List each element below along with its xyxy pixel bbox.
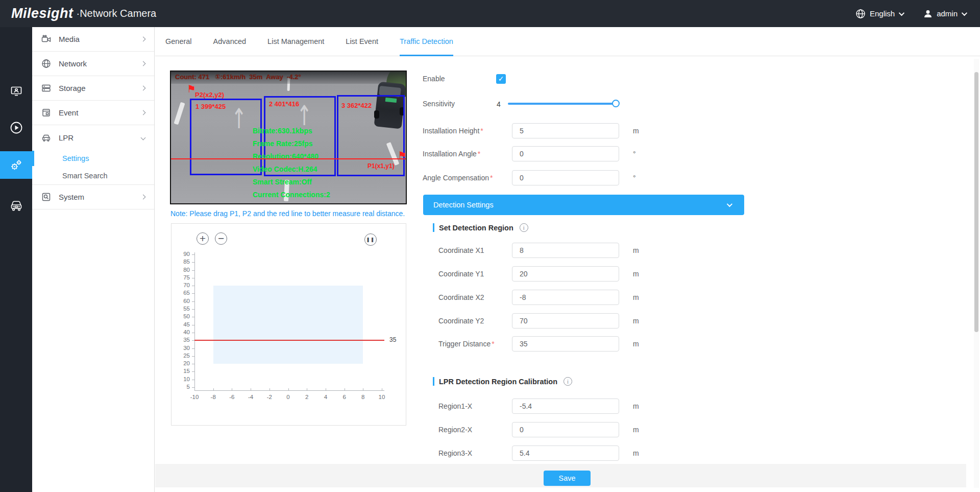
osd-stat-connections: Current Connections:2 xyxy=(253,191,330,199)
region1-x-label: Region1-X xyxy=(438,402,473,410)
y-tick-label: 85 xyxy=(175,259,190,265)
info-icon[interactable]: i xyxy=(564,377,572,386)
sidebar-item-system[interactable]: System xyxy=(32,185,154,209)
p1-flag-marker[interactable]: ⚑ xyxy=(398,150,407,160)
sidebar-menu: Media Network Storage xyxy=(32,27,155,492)
top-header: Milesight ·Network Camera English admin xyxy=(0,0,980,27)
product-name: ·Network Camera xyxy=(77,8,157,19)
language-selector[interactable]: English xyxy=(855,9,903,19)
y-tick-label: 65 xyxy=(175,290,190,296)
x-tick-mark xyxy=(251,388,251,390)
coordinate-x1-label: Coordinate X1 xyxy=(438,246,485,254)
unit-label: m xyxy=(633,270,639,278)
tab-traffic-detection[interactable]: Traffic Detection xyxy=(400,27,453,56)
active-indicator-bar xyxy=(32,151,34,166)
installation-height-field[interactable] xyxy=(512,123,619,138)
sidebar-subitem-settings[interactable]: Settings xyxy=(32,150,154,167)
y-tick-mark xyxy=(192,348,194,349)
y-tick-label: 40 xyxy=(175,329,190,335)
sensitivity-slider-handle[interactable] xyxy=(612,100,620,107)
measure-red-line[interactable] xyxy=(171,158,406,159)
tab-general[interactable]: General xyxy=(165,27,192,56)
detection-settings-header[interactable]: Detection Settings xyxy=(423,195,744,215)
y-tick-mark xyxy=(192,333,194,333)
rail-item-live-view[interactable] xyxy=(0,77,32,105)
sidebar-item-label: Event xyxy=(59,108,78,117)
y-tick-label: 10 xyxy=(175,376,190,382)
user-menu[interactable]: admin xyxy=(923,9,966,18)
playback-icon xyxy=(10,121,23,134)
x-tick-mark xyxy=(194,388,195,390)
sidebar-item-network[interactable]: Network xyxy=(32,52,154,76)
user-label: admin xyxy=(937,9,958,18)
sidebar-item-lpr[interactable]: LPR xyxy=(32,125,154,150)
y-tick-mark xyxy=(192,278,194,278)
trigger-distance-field[interactable] xyxy=(512,336,619,352)
user-icon xyxy=(923,9,933,18)
section-accent-bar xyxy=(433,377,434,386)
x-tick-mark xyxy=(288,388,289,390)
sidebar-item-media[interactable]: Media xyxy=(32,27,154,52)
detection-region-area xyxy=(213,286,363,364)
x-tick-label: -2 xyxy=(262,394,277,400)
y-tick-mark xyxy=(192,262,194,263)
region2-x-field[interactable] xyxy=(512,422,619,437)
sensitivity-slider[interactable] xyxy=(508,103,616,105)
y-tick-label: 35 xyxy=(175,337,190,343)
y-tick-label: 55 xyxy=(175,306,190,312)
coordinate-x2-field[interactable] xyxy=(512,290,619,305)
coordinate-y2-field[interactable] xyxy=(512,313,619,329)
region3-x-field[interactable] xyxy=(512,446,619,461)
installation-angle-field[interactable] xyxy=(512,146,619,161)
info-icon[interactable]: i xyxy=(520,223,528,232)
brand-logo: Milesight xyxy=(11,6,74,21)
y-tick-mark xyxy=(192,301,194,302)
unit-label: m xyxy=(633,246,639,254)
sidebar-item-storage[interactable]: Storage xyxy=(32,76,154,101)
sidebar-subitem-label: Smart Search xyxy=(62,172,108,180)
tab-list-event[interactable]: List Event xyxy=(346,27,378,56)
unit-label: ° xyxy=(633,150,636,158)
y-tick-label: 90 xyxy=(175,251,190,257)
y-tick-mark xyxy=(192,387,194,388)
osd-stat-codec: Video Codec:H.264 xyxy=(253,165,317,173)
x-tick-mark xyxy=(232,388,232,390)
tab-bar: General Advanced List Management List Ev… xyxy=(155,27,980,56)
y-tick-mark xyxy=(192,293,194,294)
y-tick-mark xyxy=(192,286,194,286)
storage-icon xyxy=(41,83,52,93)
rail-item-settings[interactable] xyxy=(0,151,32,179)
rail-item-playback[interactable] xyxy=(0,114,32,142)
x-tick-mark xyxy=(326,388,326,390)
coordinate-y1-field[interactable] xyxy=(512,266,619,282)
sidebar-subitem-label: Settings xyxy=(62,154,89,162)
y-tick-label: 25 xyxy=(175,353,190,359)
unit-label: m xyxy=(633,426,639,434)
coordinate-x1-field[interactable] xyxy=(512,243,619,258)
y-tick-mark xyxy=(192,270,194,271)
y-tick-mark xyxy=(192,371,194,372)
scrollbar-thumb[interactable] xyxy=(974,72,978,332)
trigger-distance-line[interactable] xyxy=(194,340,384,341)
system-icon xyxy=(41,192,52,202)
region2-x-label: Region2-X xyxy=(438,426,473,434)
sidebar-item-event[interactable]: Event xyxy=(32,101,154,125)
y-tick-label: 20 xyxy=(175,360,190,366)
region1-x-field[interactable] xyxy=(512,399,619,414)
chevron-down-icon xyxy=(962,10,967,15)
installation-angle-label: Installation Angle* xyxy=(423,150,480,158)
p1-label: P1(x1,y1) xyxy=(368,162,395,170)
tab-list-management[interactable]: List Management xyxy=(267,27,324,56)
x-tick-label: 10 xyxy=(374,394,389,400)
sidebar-subitem-smart-search[interactable]: Smart Search xyxy=(32,167,154,184)
rail-item-smart-vehicle[interactable] xyxy=(0,192,32,219)
tab-advanced[interactable]: Advanced xyxy=(213,27,247,56)
x-tick-label: 2 xyxy=(299,394,314,400)
video-preview[interactable]: ↑ ↑ Count: 471 ①:61km/h 35m Away -4.2° 1… xyxy=(170,71,407,204)
save-button[interactable]: Save xyxy=(544,471,591,486)
angle-compensation-field[interactable] xyxy=(512,170,619,185)
globe-icon xyxy=(855,9,866,19)
enable-checkbox[interactable]: ✓ xyxy=(496,74,506,84)
osd-stat-framerate: Frame Rate:25fps xyxy=(253,139,313,148)
chevron-down-icon xyxy=(899,10,904,15)
